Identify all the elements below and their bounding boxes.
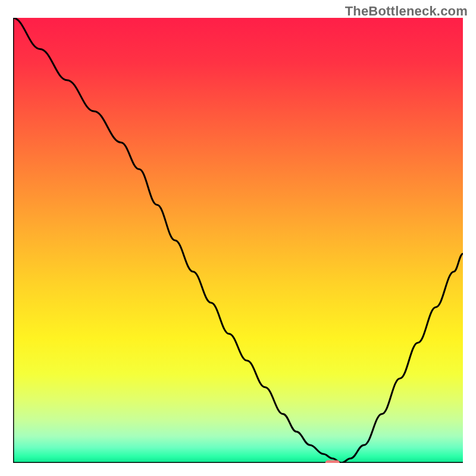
watermark-label: TheBottleneck.com xyxy=(345,4,468,19)
chart-background xyxy=(13,18,463,463)
optimal-marker xyxy=(325,461,340,464)
bottleneck-chart xyxy=(13,18,463,463)
chart-container: TheBottleneck.com xyxy=(0,0,476,476)
